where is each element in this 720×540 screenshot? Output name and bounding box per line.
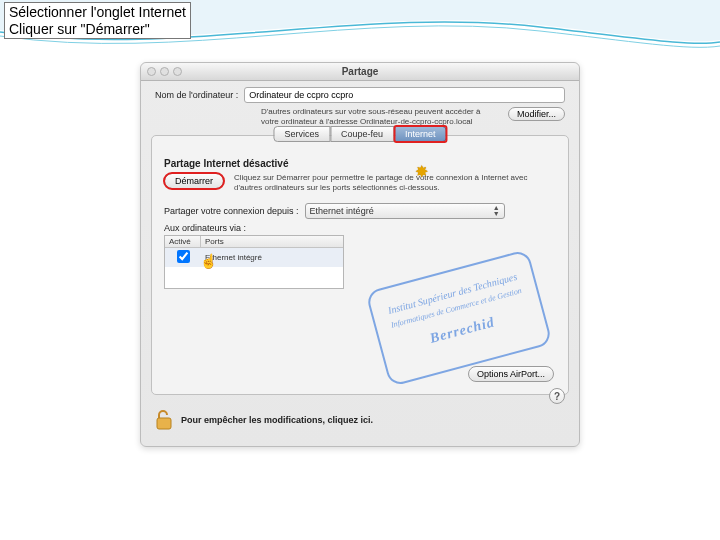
start-button[interactable]: Démarrer bbox=[164, 173, 224, 189]
share-from-label: Partager votre connexion depuis : bbox=[164, 206, 299, 216]
tabs: Services Coupe-feu Internet bbox=[273, 126, 446, 142]
instruction-line-2: Cliquer sur "Démarrer" bbox=[9, 21, 186, 38]
ports-table: Activé Ports Ethernet intégré bbox=[164, 235, 344, 289]
computer-name-row: Nom de l'ordinateur : bbox=[141, 81, 579, 105]
computer-name-label: Nom de l'ordinateur : bbox=[155, 90, 238, 100]
tab-firewall[interactable]: Coupe-feu bbox=[330, 126, 394, 142]
airport-options-button[interactable]: Options AirPort... bbox=[468, 366, 554, 382]
svg-rect-0 bbox=[157, 418, 171, 429]
lock-text: Pour empêcher les modifications, cliquez… bbox=[181, 415, 373, 425]
col-ports: Ports bbox=[201, 236, 343, 247]
share-from-select[interactable]: Ethernet intégré ▲▼ bbox=[305, 203, 505, 219]
lock-open-icon bbox=[155, 409, 173, 431]
cursor-hand-icon: ☝️ bbox=[200, 253, 217, 269]
titlebar: Partage bbox=[141, 63, 579, 81]
modify-button[interactable]: Modifier... bbox=[508, 107, 565, 121]
lock-row[interactable]: Pour empêcher les modifications, cliquez… bbox=[141, 403, 579, 437]
window-title: Partage bbox=[141, 66, 579, 77]
port-active-checkbox[interactable] bbox=[177, 250, 190, 263]
chevron-updown-icon: ▲▼ bbox=[493, 205, 500, 217]
share-from-value: Ethernet intégré bbox=[310, 206, 374, 216]
tab-services[interactable]: Services bbox=[273, 126, 330, 142]
col-active: Activé bbox=[165, 236, 201, 247]
sharing-status: Partage Internet désactivé bbox=[164, 158, 556, 169]
share-to-label: Aux ordinateurs via : bbox=[164, 223, 556, 233]
cursor-highlight-icon: ✸ bbox=[415, 162, 428, 181]
instruction-line-1: Sélectionner l'onglet Internet bbox=[9, 4, 186, 21]
tab-internet[interactable]: Internet bbox=[394, 126, 447, 142]
table-row[interactable]: Ethernet intégré bbox=[165, 248, 343, 267]
help-button[interactable]: ? bbox=[549, 388, 565, 404]
computer-name-note: D'autres ordinateurs sur votre sous-rése… bbox=[261, 107, 498, 127]
instruction-box: Sélectionner l'onglet Internet Cliquer s… bbox=[4, 2, 191, 39]
computer-name-input[interactable] bbox=[244, 87, 565, 103]
start-hint: Cliquez sur Démarrer pour permettre le p… bbox=[234, 173, 556, 193]
